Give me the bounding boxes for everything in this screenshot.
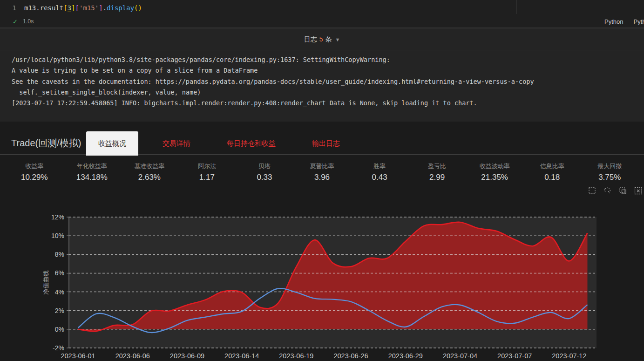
metric: 阿尔法1.17 (178, 162, 236, 182)
chart-toolbar (0, 185, 644, 196)
metrics-row: 收益率10.29%年化收益率134.18%基准收益率2.63%阿尔法1.17贝塔… (0, 155, 644, 185)
tab-bar: 收益概况交易详情每日持仓和收益输出日志 (86, 131, 352, 156)
trade-section: Trade(回测/模拟) 收益概况交易详情每日持仓和收益输出日志 收益率10.2… (0, 131, 644, 361)
metric-label: 夏普比率 (293, 162, 351, 170)
metric-label: 基准收益率 (121, 162, 178, 170)
kernel-label[interactable]: Python (634, 18, 644, 25)
metric: 年化收益率134.18% (63, 162, 121, 182)
metric: 基准收益率2.63% (121, 162, 178, 182)
log-title: 日志 (304, 35, 317, 43)
code-token: ] (71, 4, 75, 12)
metric-label: 最大回撤 (581, 162, 638, 170)
log-header-toggle[interactable]: 日志5条▼ (0, 28, 644, 50)
metric-label: 盈亏比 (408, 162, 466, 170)
code-token: . (103, 4, 107, 12)
metric-value: 0.18 (523, 173, 581, 182)
code-token: 'm15' (79, 4, 99, 12)
y-tick-label: 2% (55, 307, 64, 314)
code-token: ] (99, 4, 102, 12)
metric-label: 收益率 (6, 162, 63, 170)
returns-chart-svg: 12%10%8%6%4%2%0%-2%2023-06-012023-06-062… (0, 205, 644, 361)
y-tick-label: 0% (55, 326, 64, 333)
returns-chart: 12%10%8%6%4%2%0%-2%2023-06-012023-06-062… (0, 205, 644, 361)
log-count-badge: 5 (317, 35, 325, 43)
metric-label: 收益波动率 (466, 162, 523, 170)
metric: 收益率10.29% (6, 162, 63, 182)
y-tick-label: 6% (55, 270, 64, 277)
x-tick-label: 2023-06-06 (115, 352, 150, 360)
metric-value: 10.29% (6, 173, 63, 182)
metric-value: 3.96 (293, 173, 351, 182)
log-line: [2023-07-17 17:22:59.458065] INFO: bigch… (12, 98, 632, 109)
tab-bar-row: Trade(回测/模拟) 收益概况交易详情每日持仓和收益输出日志 (0, 131, 644, 155)
collapse-caret-icon: ▼ (335, 37, 340, 42)
metric: 盈亏比2.99 (408, 162, 466, 182)
kernel-indicators: Python Python (604, 18, 644, 25)
x-tick-label: 2023-07-07 (497, 352, 532, 360)
metric-value: 1.17 (178, 173, 236, 182)
y-tick-label: 12% (51, 213, 64, 221)
log-line: A value is trying to be set on a copy of… (12, 65, 632, 76)
code-token: m13.result (24, 4, 63, 12)
rect-select-icon[interactable] (588, 186, 597, 195)
code-token: ) (138, 4, 142, 12)
log-line: self._setitem_single_block(indexer, valu… (12, 87, 632, 98)
line-number: 1 (0, 4, 24, 12)
x-tick-label: 2023-06-09 (170, 352, 204, 360)
code-token: display (107, 4, 134, 12)
code-line[interactable]: 1 m13.result[3]['m15'].display() (0, 0, 644, 15)
metric: 信息比率0.18 (523, 162, 581, 182)
metric-value: 3.75% (581, 173, 638, 182)
code-token: 3 (68, 4, 71, 12)
y-tick-label: 4% (55, 288, 64, 296)
metric-label: 阿尔法 (178, 162, 236, 170)
y-tick-label: -2% (53, 344, 64, 352)
metric-value: 2.63% (121, 173, 178, 182)
trade-title: Trade(回测/模拟) (11, 131, 81, 155)
code-token: [ (75, 4, 79, 12)
clear-select-icon[interactable] (634, 186, 643, 195)
y-axis-title: 净值曲线 (42, 271, 49, 295)
metric: 胜率0.43 (351, 162, 408, 182)
metric-label: 胜率 (351, 162, 408, 170)
metric-value: 21.35% (466, 173, 523, 182)
log-line: See the caveats in the documentation: ht… (12, 76, 632, 87)
pane-divider (516, 0, 516, 14)
log-panel: 日志5条▼ /usr/local/python3/lib/python3.8/s… (0, 28, 644, 122)
code-cell: 1 m13.result[3]['m15'].display() ✓ 1.0s … (0, 0, 644, 28)
metric: 贝塔0.33 (236, 162, 293, 182)
code-text: m13.result[3]['m15'].display() (24, 4, 142, 12)
x-tick-label: 2023-06-26 (333, 352, 368, 360)
metric-value: 2.99 (408, 173, 466, 182)
log-title-suffix: 条 (325, 35, 332, 43)
cell-status-line: ✓ 1.0s Python Python (0, 15, 644, 27)
x-tick-label: 2023-06-01 (61, 352, 95, 360)
tab-3[interactable]: 输出日志 (300, 131, 352, 156)
metric-value: 134.18% (63, 173, 121, 182)
x-tick-label: 2023-06-19 (279, 352, 313, 360)
language-label[interactable]: Python (604, 18, 623, 25)
keep-select-icon[interactable] (618, 186, 627, 195)
polygon-select-icon[interactable] (603, 186, 612, 195)
metric-value: 0.33 (236, 173, 293, 182)
tab-1[interactable]: 交易详情 (150, 131, 203, 156)
log-output: /usr/local/python3/lib/python3.8/site-pa… (0, 50, 644, 122)
x-tick-label: 2023-07-12 (552, 352, 586, 360)
tab-2[interactable]: 每日持仓和收益 (215, 131, 288, 156)
success-check-icon: ✓ (13, 18, 18, 25)
x-tick-label: 2023-06-14 (224, 352, 259, 360)
metric: 最大回撤3.75% (581, 162, 638, 182)
metric: 夏普比率3.96 (293, 162, 351, 182)
x-tick-label: 2023-06-29 (388, 352, 423, 360)
metric-label: 贝塔 (236, 162, 293, 170)
metric-value: 0.43 (351, 173, 408, 182)
code-token: [ (63, 4, 67, 12)
y-tick-label: 10% (51, 232, 64, 240)
tab-0[interactable]: 收益概况 (86, 131, 138, 156)
x-tick-label: 2023-07-04 (443, 352, 477, 360)
metric-label: 年化收益率 (63, 162, 121, 170)
y-tick-label: 8% (55, 251, 64, 259)
metric: 收益波动率21.35% (466, 162, 523, 182)
log-line: /usr/local/python3/lib/python3.8/site-pa… (12, 54, 632, 65)
metric-label: 信息比率 (523, 162, 581, 170)
